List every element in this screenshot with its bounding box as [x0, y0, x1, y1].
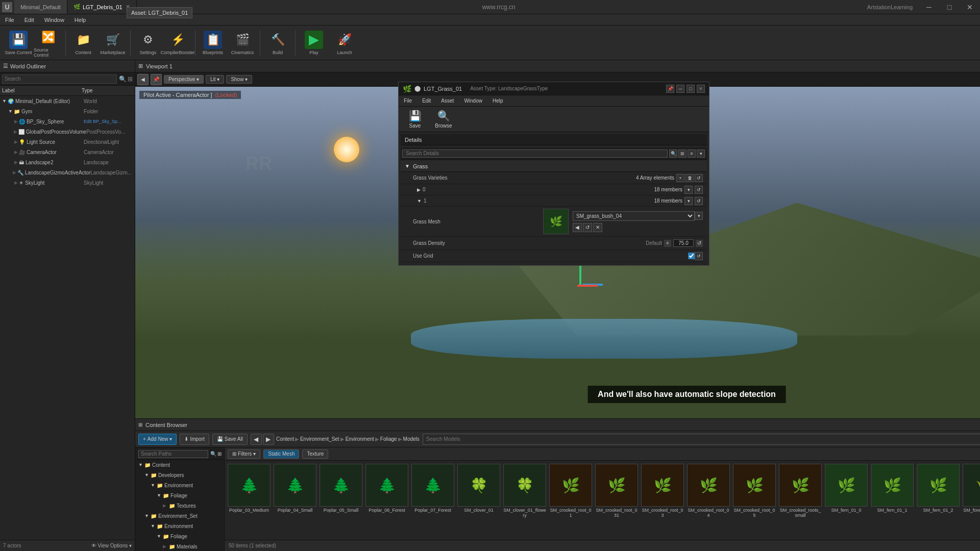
toolbar-marketplace[interactable]: 🛒 Marketplace: [99, 28, 127, 58]
vp-lit-btn[interactable]: Lit ▾: [206, 75, 224, 84]
minimize-button[interactable]: ─: [919, 0, 939, 14]
toolbar-cinematics[interactable]: 🎬 Cinematics: [228, 28, 257, 58]
expand-1-icon[interactable]: ▾: [684, 197, 693, 205]
filter-static-mesh[interactable]: Static Mesh: [263, 449, 299, 459]
asset-sm-crooked-01[interactable]: 🌿 SM_crooked_root_01: [548, 463, 593, 538]
import-button[interactable]: ⬇ Import: [180, 434, 209, 445]
vp-show-btn[interactable]: Show ▾: [226, 75, 252, 84]
grass-search-input[interactable]: [402, 149, 668, 158]
maximize-button[interactable]: □: [939, 0, 960, 14]
outliner-search-input[interactable]: [2, 74, 117, 84]
grass-maximize-button[interactable]: □: [687, 85, 695, 93]
density-input[interactable]: [673, 239, 694, 247]
outliner-item-landscape2[interactable]: ▶ 🏔 Landscape2 Landscape: [0, 157, 135, 167]
asset-poplar-06[interactable]: 🌲 Poplar_06_Forest: [364, 463, 409, 538]
menu-help[interactable]: Help: [69, 14, 91, 25]
grid-view-icon[interactable]: ⊞: [678, 149, 687, 158]
reset-0-button[interactable]: ↺: [695, 186, 703, 194]
view-options-button[interactable]: 👁 View Options ▾: [91, 543, 132, 548]
toolbar-compiler-booster[interactable]: ⚡ CompilerBooster: [163, 28, 192, 58]
asset-sm-fern-2[interactable]: 🌿 SM_fern_01_2: [916, 463, 961, 538]
asset-sm-crooked-031[interactable]: 🌿 SM_crooked_root_031: [594, 463, 639, 538]
grass-menu-window[interactable]: Window: [459, 95, 487, 106]
reset-variety-button[interactable]: ↺: [695, 174, 703, 182]
asset-poplar-07[interactable]: 🌲 Poplar_07_Forest: [410, 463, 455, 538]
vp-perspective-btn[interactable]: Perspective ▾: [164, 75, 204, 84]
asset-sm-crooked-04[interactable]: 🌿 SM_crooked_root_04: [686, 463, 731, 538]
grass-browse-button[interactable]: 🔍 Browse: [431, 108, 456, 131]
grass-menu-file[interactable]: File: [399, 95, 417, 106]
close-button[interactable]: ✕: [960, 0, 980, 14]
tree-foliage-2[interactable]: ▼📁 Foliage: [136, 531, 223, 541]
asset-poplar-05[interactable]: 🌲 Poplar_05_Small: [318, 463, 363, 538]
cb-forward-arrow[interactable]: ▶: [263, 434, 274, 445]
menu-file[interactable]: File: [0, 14, 19, 25]
tree-environment-set[interactable]: ▼📁 Environment_Set: [136, 511, 223, 521]
toolbar-launch[interactable]: 🚀 Launch: [330, 28, 359, 58]
cb-back-arrow[interactable]: ◀: [251, 434, 262, 445]
grass-variety-0[interactable]: ▶ 0 18 members ▾ ↺: [401, 184, 707, 195]
toolbar-save-current[interactable]: 💾 Save Current: [4, 28, 33, 58]
grass-mesh-dropdown[interactable]: SM_grass_bush_04: [573, 211, 695, 221]
toolbar-settings[interactable]: ⚙ Settings: [134, 28, 162, 58]
outliner-item-landscape-gizmo[interactable]: ▶ 🔧 LandscapeGizmoActiveActor LandscapeG…: [0, 167, 135, 178]
outliner-item-gym[interactable]: ▼ 📁 Gym Folder: [0, 106, 135, 116]
asset-sm-clover-01[interactable]: 🍀 SM_clover_01: [456, 463, 501, 538]
mesh-reload-button[interactable]: ↺: [583, 223, 592, 232]
asset-sm-crooked-roots-small[interactable]: 🌿 SM_crooked_roots_small: [778, 463, 823, 538]
density-plus-button[interactable]: +: [664, 240, 671, 247]
grass-minimize-button[interactable]: ─: [676, 85, 684, 93]
tree-environment-env[interactable]: ▼📁 Environment: [136, 521, 223, 531]
tree-content[interactable]: ▼📁 Content: [136, 460, 223, 470]
filters-dropdown-button[interactable]: ⊞ Filters ▾: [228, 449, 260, 459]
asset-sm-clover-flowery[interactable]: 🍀 SM_clover_01_flowery: [502, 463, 547, 538]
grass-pin-button[interactable]: 📌: [666, 85, 674, 93]
filter-texture[interactable]: Texture: [302, 449, 328, 459]
asset-sm-forest-heather[interactable]: 🌾 SM_forest_heather_01: [962, 463, 980, 538]
tree-materials[interactable]: ▶📁 Materials: [136, 541, 223, 551]
asset-sm-crooked-03[interactable]: 🌿 SM_crooked_root_03: [640, 463, 685, 538]
tree-developers[interactable]: ▼📁 Developers: [136, 470, 223, 480]
asset-poplar-03[interactable]: 🌲 Poplar_03_Medium: [227, 463, 272, 538]
grass-variety-1[interactable]: ▼ 1 18 members ▾ ↺: [401, 195, 707, 207]
menu-edit[interactable]: Edit: [19, 14, 39, 25]
vp-pin-btn[interactable]: 📌: [151, 74, 162, 85]
outliner-item-bp-sky[interactable]: ▶ 🌐 BP_Sky_Sphere Edit BP_Sky_Sp...: [0, 116, 135, 127]
mesh-dropdown-arrow[interactable]: ▾: [695, 212, 703, 220]
expand-0-icon[interactable]: ▾: [684, 186, 693, 194]
grass-section-header[interactable]: ▼ Grass: [401, 161, 707, 172]
asset-poplar-04[interactable]: 🌲 Poplar_04_Small: [273, 463, 317, 538]
add-variety-button[interactable]: +: [676, 174, 684, 182]
outliner-item-light-source[interactable]: ▶ 💡 Light Source DirectionalLight: [0, 137, 135, 147]
vp-back-btn[interactable]: ◀: [137, 74, 149, 85]
search-models-input[interactable]: [423, 434, 980, 445]
reset-1-button[interactable]: ↺: [695, 197, 703, 205]
grass-save-button[interactable]: 💾 Save: [403, 108, 427, 131]
grass-menu-edit[interactable]: Edit: [417, 95, 436, 106]
search-icon[interactable]: 🔍: [669, 149, 677, 158]
search-paths-input[interactable]: [138, 450, 208, 458]
outliner-item-camera[interactable]: ▶ 🎥 CameraActor CameraActor: [0, 147, 135, 157]
toolbar-source-control[interactable]: 🔀 Source Control: [34, 28, 62, 58]
mesh-clear-button[interactable]: ✕: [593, 223, 602, 232]
asset-sm-crooked-05[interactable]: 🌿 SM_crooked_root_05: [732, 463, 777, 538]
list-view-icon[interactable]: ≡: [688, 149, 696, 158]
options-icon[interactable]: ▾: [697, 149, 705, 158]
outliner-item-world[interactable]: ▼ 🌍 Minimal_Default (Editor) World: [0, 96, 135, 106]
toolbar-build[interactable]: 🔨 Build: [263, 28, 292, 58]
density-reset-button[interactable]: ↺: [696, 240, 703, 247]
tree-environment[interactable]: ▼📁 Environment: [136, 480, 223, 490]
asset-sm-fern-0[interactable]: 🌿 SM_fern_01_0: [824, 463, 869, 538]
delete-variety-button[interactable]: 🗑: [685, 174, 694, 182]
save-all-button[interactable]: 💾 Save All: [212, 434, 248, 445]
tab-minimal-default[interactable]: Minimal_Default: [14, 0, 67, 14]
outliner-item-pp-volume[interactable]: ▶ ⬜ GlobalPostProcessVolume PostProcessV…: [0, 127, 135, 137]
use-grid-checkbox[interactable]: [688, 253, 695, 259]
grass-menu-help[interactable]: Help: [487, 95, 508, 106]
use-grid-reset[interactable]: ↺: [695, 252, 703, 260]
add-new-button[interactable]: + Add New ▾: [138, 434, 177, 445]
asset-sm-fern-1[interactable]: 🌿 SM_fern_01_1: [870, 463, 915, 538]
toolbar-blueprints[interactable]: 📋 Blueprints: [199, 28, 227, 58]
grass-close-button[interactable]: ✕: [697, 85, 705, 93]
toolbar-content[interactable]: 📁 Content: [69, 28, 97, 58]
